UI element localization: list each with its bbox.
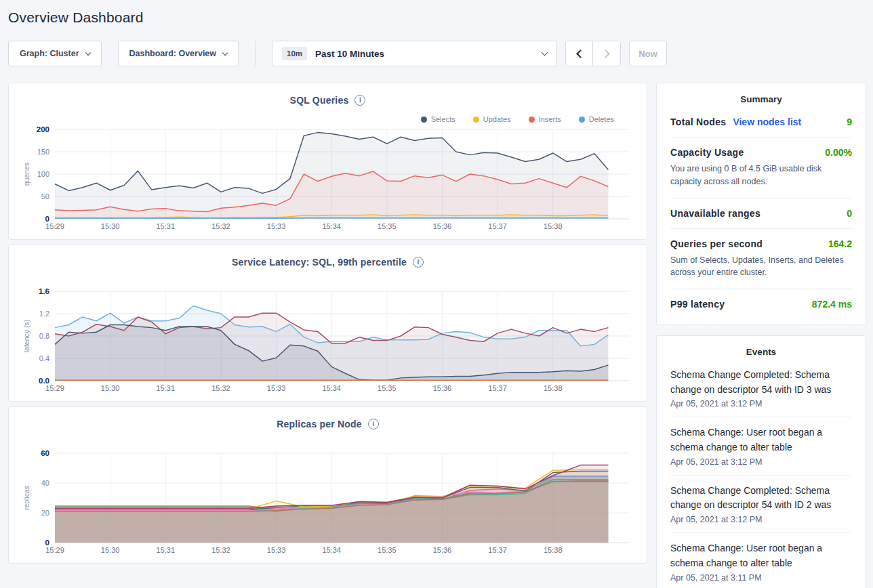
unavailable-ranges-value: 0 (847, 208, 852, 219)
event-timestamp: Apr 05, 2021 at 3:12 PM (670, 457, 852, 467)
svg-text:15:38: 15:38 (544, 384, 563, 392)
chart-title: Replicas per Node (277, 419, 362, 429)
time-back-button[interactable] (566, 41, 593, 66)
svg-text:40: 40 (41, 479, 49, 487)
events-panel: Events Schema Change Completed: Schema c… (656, 335, 866, 588)
svg-text:20: 20 (41, 509, 49, 517)
sql-queries-chart[interactable]: 05010015020015:2915:3015:3115:3215:3315:… (21, 125, 634, 232)
svg-text:15:38: 15:38 (544, 546, 563, 554)
replicas-per-node-chart[interactable]: 020406015:2915:3015:3115:3215:3315:3415:… (21, 449, 634, 556)
sidebar: Summary Total Nodes View nodes list 9 Ca… (656, 83, 866, 588)
summary-row-capacity: Capacity Usage 0.00% You are using 0 B o… (670, 138, 852, 198)
chart-title: Service Latency: SQL, 99th percentile (232, 257, 407, 268)
charts-column: SQL Queries i SelectsUpdatesInsertsDelet… (8, 83, 647, 588)
svg-text:latency (s): latency (s) (22, 320, 31, 352)
summary-title: Summary (670, 94, 852, 107)
legend-dot-icon (473, 117, 479, 123)
svg-text:15:34: 15:34 (322, 546, 341, 554)
svg-text:15:32: 15:32 (211, 222, 230, 230)
svg-text:15:37: 15:37 (488, 546, 507, 554)
now-button[interactable]: Now (629, 41, 667, 66)
event-timestamp: Apr 05, 2021 at 3:12 PM (670, 515, 852, 524)
svg-text:15:35: 15:35 (378, 222, 397, 230)
event-item: Schema Change Completed: Schema change o… (670, 476, 852, 533)
legend-item[interactable]: Inserts (529, 113, 561, 125)
info-icon[interactable]: i (413, 257, 424, 268)
event-timestamp: Apr 05, 2021 at 3:11 PM (670, 573, 852, 583)
svg-text:15:33: 15:33 (267, 546, 286, 554)
capacity-usage-value: 0.00% (825, 147, 852, 158)
chart-title: SQL Queries (290, 95, 349, 106)
svg-text:15:30: 15:30 (101, 222, 120, 230)
time-range-picker[interactable]: 10m Past 10 Minutes (272, 41, 557, 66)
svg-text:60: 60 (41, 449, 49, 457)
chart-legend: SelectsUpdatesInsertsDeletes (21, 108, 634, 125)
time-range-badge: 10m (282, 47, 307, 60)
service-latency-chart[interactable]: 0.00.40.81.21.615:2915:3015:3115:3215:33… (21, 287, 634, 394)
replicas-per-node-card: Replicas per Node i 020406015:2915:3015:… (8, 406, 647, 564)
event-text: Schema Change: User root began a schema … (670, 541, 852, 570)
view-nodes-list-link[interactable]: View nodes list (733, 117, 801, 127)
info-icon[interactable]: i (368, 419, 379, 429)
event-item: Schema Change: User root began a schema … (670, 533, 852, 588)
svg-text:15:36: 15:36 (433, 384, 452, 392)
svg-text:15:32: 15:32 (211, 384, 230, 392)
summary-row-total-nodes: Total Nodes View nodes list 9 (670, 107, 852, 138)
svg-text:50: 50 (41, 192, 49, 201)
svg-text:15:31: 15:31 (157, 384, 176, 392)
legend-item[interactable]: Deletes (579, 113, 614, 125)
service-latency-card: Service Latency: SQL, 99th percentile i … (8, 245, 647, 402)
overview-dashboard-page: Overview Dashboard Graph: Cluster Dashbo… (0, 0, 873, 588)
svg-text:15:36: 15:36 (433, 222, 452, 230)
svg-text:100: 100 (37, 170, 49, 178)
time-nav-group (565, 41, 621, 66)
graph-scope-label: Graph: Cluster (20, 49, 79, 58)
svg-text:15:30: 15:30 (101, 384, 120, 392)
event-text: Schema Change Completed: Schema change o… (670, 484, 852, 513)
svg-text:15:35: 15:35 (378, 384, 397, 392)
svg-text:15:34: 15:34 (322, 222, 341, 230)
svg-text:15:29: 15:29 (45, 222, 64, 230)
svg-text:1.2: 1.2 (39, 310, 49, 318)
svg-text:15:32: 15:32 (211, 546, 230, 554)
event-text: Schema Change: User root began a schema … (670, 425, 852, 455)
svg-text:15:30: 15:30 (101, 546, 120, 554)
time-forward-button[interactable] (593, 41, 620, 66)
chevron-down-icon (85, 49, 90, 55)
svg-text:15:31: 15:31 (157, 546, 176, 554)
chevron-down-icon (222, 49, 228, 55)
graph-scope-dropdown[interactable]: Graph: Cluster (8, 41, 102, 66)
info-icon[interactable]: i (354, 95, 365, 106)
events-title: Events (670, 347, 852, 360)
qps-label: Queries per second (670, 238, 763, 249)
event-item: Schema Change: User root began a schema … (670, 417, 852, 475)
svg-text:15:29: 15:29 (45, 546, 64, 554)
capacity-usage-note: You are using 0 B of 4.5 GiB usable disk… (670, 163, 852, 188)
svg-text:15:33: 15:33 (267, 384, 286, 392)
svg-text:15:37: 15:37 (488, 384, 507, 392)
dashboard-label: Dashboard: Overview (129, 49, 217, 58)
legend-item[interactable]: Selects (421, 113, 455, 125)
toolbar: Graph: Cluster Dashboard: Overview 10m P… (8, 41, 866, 66)
svg-text:0.8: 0.8 (39, 332, 49, 340)
qps-value: 164.2 (828, 238, 852, 249)
summary-row-p99: P99 latency 872.4 ms (670, 289, 852, 319)
svg-text:0.4: 0.4 (39, 354, 49, 362)
svg-text:150: 150 (37, 148, 49, 156)
total-nodes-label: Total Nodes (670, 117, 726, 127)
legend-dot-icon (529, 117, 535, 123)
svg-text:15:35: 15:35 (378, 546, 397, 554)
legend-item[interactable]: Updates (473, 113, 511, 125)
summary-row-unavailable-ranges: Unavailable ranges 0 (670, 198, 852, 229)
unavailable-ranges-label: Unavailable ranges (670, 208, 760, 219)
dashboard-dropdown[interactable]: Dashboard: Overview (118, 41, 239, 66)
sql-queries-card: SQL Queries i SelectsUpdatesInsertsDelet… (8, 83, 647, 240)
summary-row-qps: Queries per second 164.2 Sum of Selects,… (670, 229, 852, 290)
chevron-left-icon (576, 49, 585, 58)
svg-text:15:34: 15:34 (322, 384, 341, 392)
svg-text:queries: queries (22, 163, 31, 186)
svg-text:15:31: 15:31 (157, 222, 176, 230)
event-text: Schema Change Completed: Schema change o… (670, 368, 852, 397)
svg-text:15:36: 15:36 (433, 546, 452, 554)
svg-text:15:29: 15:29 (45, 384, 64, 392)
